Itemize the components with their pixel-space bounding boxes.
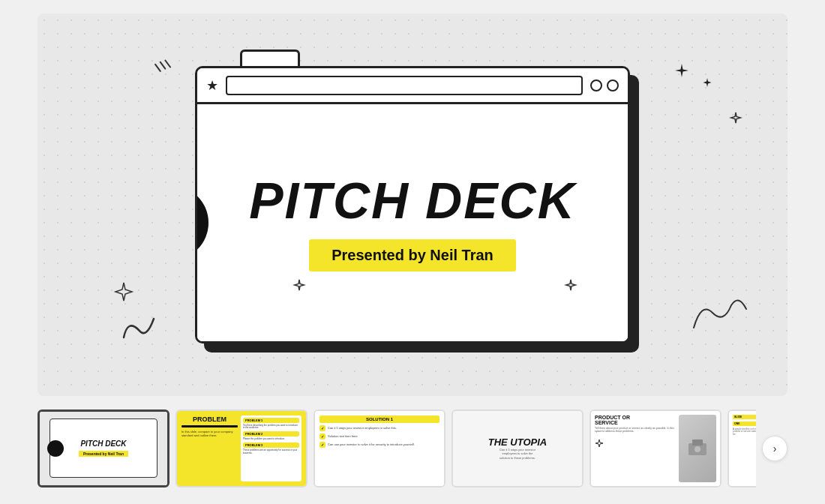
deco-lines-topleft — [151, 56, 186, 95]
thumb6-left: SLIDE ONE A simple timeline on how your … — [733, 415, 756, 482]
thumb3-text3: Can use your investor to solve it for se… — [328, 442, 440, 446]
thumb3-check2: ✓ — [320, 434, 326, 440]
thumb2-right: PROBLEM 1 Text here describing the probl… — [241, 416, 302, 482]
svg-point-5 — [694, 446, 700, 452]
svg-line-1 — [160, 62, 166, 70]
thumbnail-3[interactable]: SOLUTION 1 ✓ Can it 5 ways your investor… — [314, 410, 446, 488]
browser-content: Paucek and Lage PITCH DECK Presented by … — [197, 104, 628, 341]
thumb2-text4: These problems are an opportunity for su… — [243, 449, 299, 455]
thumb5-left: PRODUCT ORSERVICE Tell them about your p… — [595, 415, 676, 482]
browser-frame: ★ Paucek and Lage PITCH DECK — [195, 66, 630, 344]
thumb2-bar1 — [182, 425, 238, 428]
svg-line-0 — [155, 64, 160, 72]
thumb1-content: PITCH DECK Presented by Neil Tran — [50, 418, 158, 477]
company-circle: Paucek and Lage — [195, 185, 208, 260]
deco-sparkle-center-right — [564, 278, 578, 295]
main-slide-preview: ★ Paucek and Lage PITCH DECK — [38, 14, 788, 396]
star-icon: ★ — [206, 77, 218, 94]
thumb3-check1: ✓ — [320, 425, 326, 431]
thumbnail-6[interactable]: SLIDE ONE A simple timeline on how your … — [728, 410, 756, 488]
pitch-title: PITCH DECK — [249, 175, 576, 226]
thumb1-inner: PITCH DECK Presented by Neil Tran — [40, 412, 167, 485]
thumb4-title: THE UTOPIA — [488, 436, 548, 448]
deco-sparkle-left — [112, 280, 135, 306]
thumb5-img — [679, 415, 716, 482]
url-bar — [226, 76, 583, 95]
thumb5-sparkle — [595, 437, 676, 451]
thumb6-text1: A simple timeline on how your product or… — [733, 428, 756, 437]
thumb3-inner: SOLUTION 1 ✓ Can it 5 ways your investor… — [315, 411, 444, 486]
browser-circles — [590, 80, 619, 92]
browser-topbar: ★ — [197, 68, 628, 104]
deco-curve-bottomleft — [120, 311, 158, 347]
thumb3-check3: ✓ — [320, 442, 326, 448]
thumb3-item2: ✓ Solution text item here — [320, 434, 440, 440]
next-button[interactable]: › — [762, 436, 788, 461]
deco-sparkle-topright1 — [674, 62, 690, 82]
browser-tab — [240, 50, 300, 68]
thumb2-text: In this slide, compare to your company s… — [182, 430, 238, 437]
thumb3-item3: ✓ Can use your investor to solve it for … — [320, 442, 440, 448]
thumb2-badge3: PROBLEM 3 — [243, 442, 299, 448]
thumb2-badge2: PROBLEM 2 — [243, 431, 299, 436]
subtitle-bar: Presented by Neil Tran — [309, 239, 516, 272]
thumb4-sub: Can it 5 ways your investoremployees to … — [500, 448, 536, 460]
svg-line-2 — [165, 60, 170, 68]
thumb2-inner: PROBLEM In this slide, compare to your c… — [177, 411, 306, 486]
thumb2-text2: Text here describing the problem you wan… — [243, 424, 299, 430]
thumb6-label2: ONE — [733, 422, 756, 426]
thumb5-text: Tell them about your product or service … — [595, 427, 676, 434]
thumb4-inner: THE UTOPIA Can it 5 ways your investorem… — [453, 411, 582, 486]
deco-swirl-right — [690, 298, 750, 336]
thumb2-text3: Please the problem you want to introduce… — [243, 438, 299, 441]
subtitle-text: Presented by Neil Tran — [332, 247, 494, 263]
thumb-container: PITCH DECK Presented by Neil Tran PROBLE… — [38, 410, 756, 488]
deco-sparkle-center-left — [292, 278, 306, 295]
thumb2-left: PROBLEM In this slide, compare to your c… — [182, 416, 238, 482]
thumbnail-2[interactable]: PROBLEM In this slide, compare to your c… — [176, 410, 308, 488]
thumbnail-1[interactable]: PITCH DECK Presented by Neil Tran — [38, 410, 170, 488]
browser-circle-2 — [607, 80, 619, 92]
thumbnail-strip: PITCH DECK Presented by Neil Tran PROBLE… — [38, 405, 788, 491]
thumb5-right — [679, 415, 716, 482]
thumb3-header: SOLUTION 1 — [320, 416, 440, 423]
thumb2-badge1: PROBLEM 1 — [243, 418, 299, 423]
thumb3-text1: Can it 5 ways your investor employees to… — [328, 426, 440, 430]
thumb3-text2: Solution text item here — [328, 434, 440, 438]
thumb2-title: PROBLEM — [182, 416, 238, 423]
browser-circle-1 — [590, 80, 602, 92]
thumbnail-4[interactable]: THE UTOPIA Can it 5 ways your investorem… — [452, 410, 584, 488]
thumb1-title: PITCH DECK — [80, 440, 126, 448]
next-icon: › — [773, 442, 777, 454]
browser-window: ★ Paucek and Lage PITCH DECK — [195, 66, 630, 344]
thumbnail-5[interactable]: PRODUCT ORSERVICE Tell them about your p… — [590, 410, 722, 488]
main-container: ★ Paucek and Lage PITCH DECK — [0, 0, 825, 504]
thumb6-inner: SLIDE ONE A simple timeline on how your … — [729, 411, 756, 486]
deco-sparkle-topright-small — [729, 111, 742, 128]
deco-sparkle-topright2 — [702, 77, 712, 91]
thumb1-circle — [47, 440, 64, 457]
thumb5-inner: PRODUCT ORSERVICE Tell them about your p… — [591, 411, 720, 486]
thumb1-sub: Presented by Neil Tran — [79, 451, 128, 457]
thumb3-item1: ✓ Can it 5 ways your investor employees … — [320, 425, 440, 431]
svg-rect-4 — [692, 440, 703, 446]
thumb5-title: PRODUCT ORSERVICE — [595, 415, 676, 425]
thumb6-label1: SLIDE — [733, 415, 756, 419]
